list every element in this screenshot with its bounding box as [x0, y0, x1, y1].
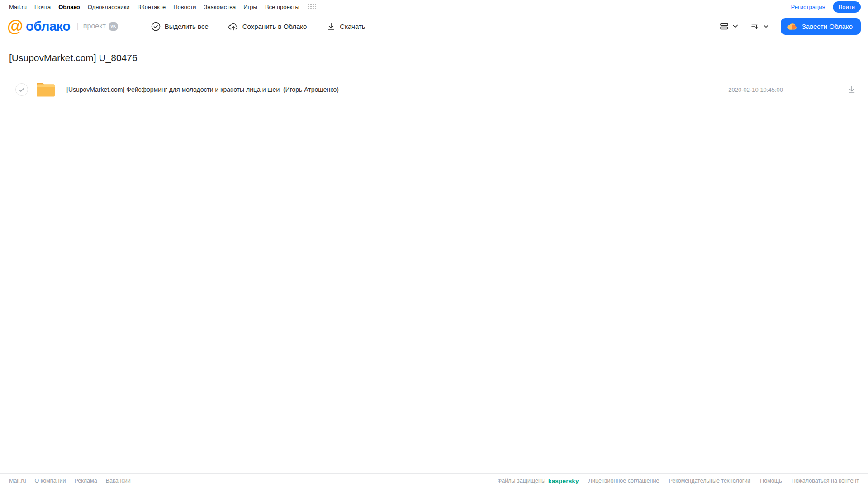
check-icon	[19, 87, 25, 92]
cloud-upload-icon	[228, 22, 238, 31]
vk-badge-icon: VK	[109, 22, 118, 31]
footer-mailru-link[interactable]: Mail.ru	[9, 478, 26, 484]
footer-recommend-link[interactable]: Рекомендательные технологии	[669, 478, 750, 484]
nav-vkontakte[interactable]: ВКонтакте	[138, 4, 166, 10]
kaspersky-protected: Файлы защищены kaspersky	[498, 478, 579, 484]
cloud-icon	[787, 22, 798, 30]
chevron-down-icon	[732, 24, 738, 28]
folder-icon	[36, 82, 55, 97]
main-content: [UsupovMarket.com] U_80476 [UsupovMarket…	[0, 52, 868, 100]
nav-novosti[interactable]: Новости	[173, 4, 196, 10]
nav-igry[interactable]: Игры	[243, 4, 257, 10]
nav-mailru[interactable]: Mail.ru	[9, 4, 27, 10]
project-label: проект	[83, 22, 106, 30]
sort-button[interactable]	[750, 22, 769, 31]
row-download-button[interactable]	[847, 85, 856, 94]
footer-report-link[interactable]: Пожаловаться на контент	[792, 478, 859, 484]
register-link[interactable]: Регистрация	[791, 4, 825, 10]
row-checkbox[interactable]	[15, 83, 28, 96]
file-name[interactable]: [UsupovMarket.com] Фейсформинг для молод…	[66, 86, 339, 93]
cloud-toolbar: @ облако | проект VK Выделить все Сохран…	[0, 14, 868, 39]
auth-area: Регистрация Войти	[791, 1, 861, 13]
page-title: [UsupovMarket.com] U_80476	[9, 52, 868, 63]
chevron-down-icon	[763, 24, 769, 28]
save-to-cloud-label: Сохранить в Облако	[242, 23, 307, 30]
footer-ads-link[interactable]: Реклама	[74, 478, 97, 484]
file-actions: Выделить все Сохранить в Облако Скачать	[151, 22, 365, 31]
apps-grid-icon[interactable]	[308, 4, 317, 10]
protected-label: Файлы защищены	[498, 478, 545, 484]
toolbar-right: Завести Облако	[719, 18, 861, 35]
select-all-button[interactable]: Выделить все	[151, 22, 209, 31]
kaspersky-logo[interactable]: kaspersky	[548, 478, 579, 484]
footer-license-link[interactable]: Лицензионное соглашение	[588, 478, 659, 484]
list-view-icon	[719, 22, 729, 31]
footer-help-link[interactable]: Помощь	[760, 478, 782, 484]
nav-odnoklassniki[interactable]: Одноклассники	[88, 4, 130, 10]
view-mode-button[interactable]	[719, 22, 738, 31]
footer-right-links: Файлы защищены kaspersky Лицензионное со…	[498, 478, 859, 484]
sort-icon	[750, 22, 760, 31]
download-icon	[847, 85, 856, 94]
portal-nav: Mail.ru Почта Облако Одноклассники ВКонт…	[9, 4, 317, 10]
download-icon	[327, 22, 336, 31]
cloud-logo-text: облако	[26, 19, 70, 34]
footer-left-links: Mail.ru О компании Реклама Вакансии	[9, 478, 131, 484]
file-row[interactable]: [UsupovMarket.com] Фейсформинг для молод…	[9, 79, 868, 100]
file-date: 2020-02-10 10:45:00	[728, 86, 783, 93]
portal-topbar: Mail.ru Почта Облако Одноклассники ВКонт…	[0, 0, 868, 14]
mailru-at-icon: @	[7, 18, 23, 34]
nav-oblako[interactable]: Облако	[58, 4, 80, 10]
select-all-label: Выделить все	[165, 23, 209, 30]
footer-jobs-link[interactable]: Вакансии	[106, 478, 131, 484]
nav-znakomstva[interactable]: Знакомства	[204, 4, 236, 10]
login-button[interactable]: Войти	[833, 1, 861, 13]
logo-divider: |	[76, 22, 78, 31]
save-to-cloud-button[interactable]: Сохранить в Облако	[228, 22, 307, 31]
nav-pochta[interactable]: Почта	[34, 4, 51, 10]
nav-all-projects[interactable]: Все проекты	[265, 4, 299, 10]
footer-about-link[interactable]: О компании	[35, 478, 66, 484]
download-label: Скачать	[340, 23, 365, 30]
page-footer: Mail.ru О компании Реклама Вакансии Файл…	[0, 473, 868, 488]
get-cloud-button[interactable]: Завести Облако	[781, 18, 861, 35]
get-cloud-label: Завести Облако	[802, 23, 853, 30]
download-button[interactable]: Скачать	[327, 22, 365, 31]
cloud-logo[interactable]: @ облако | проект VK	[7, 18, 118, 34]
check-circle-icon	[151, 22, 161, 31]
